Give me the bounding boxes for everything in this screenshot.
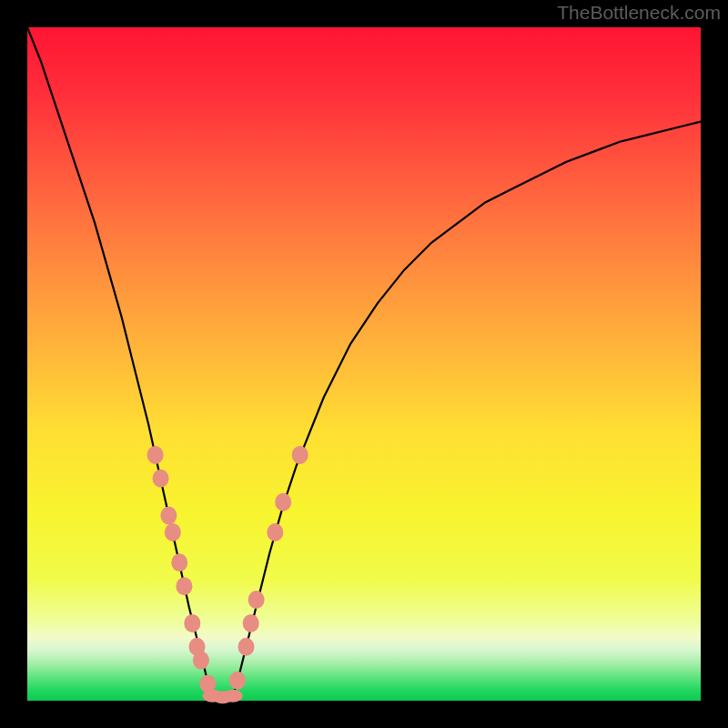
bottleneck-chart [0, 0, 728, 728]
measurement-dot [248, 591, 265, 609]
chart-container: TheBottleneck.com [0, 0, 728, 728]
measurement-dot [238, 638, 255, 656]
measurement-dot [292, 446, 308, 464]
measurement-dot [171, 553, 187, 571]
measurement-dot [184, 614, 200, 632]
measurement-dot [275, 493, 291, 511]
measurement-dot [147, 446, 164, 464]
gradient-background [27, 27, 701, 701]
measurement-dot [176, 577, 192, 595]
measurement-dot [243, 614, 259, 632]
measurement-dot [229, 672, 246, 690]
watermark-text: TheBottleneck.com [557, 2, 721, 24]
measurement-dot [267, 523, 283, 541]
measurement-dot [153, 470, 169, 488]
measurement-dot [193, 652, 209, 670]
measurement-dot [223, 690, 243, 703]
measurement-dot [160, 507, 177, 525]
measurement-dot [165, 523, 181, 541]
